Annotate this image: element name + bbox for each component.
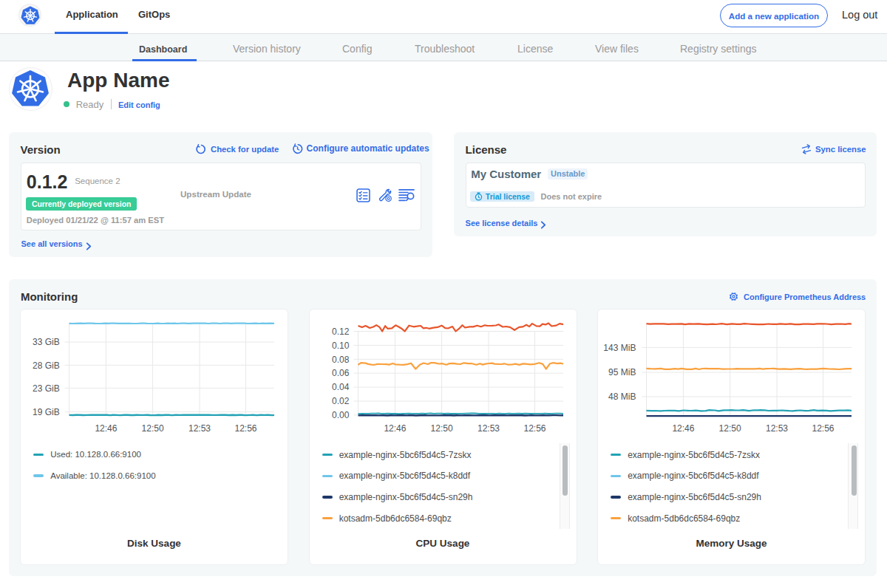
svg-text:0.04: 0.04 bbox=[332, 382, 350, 392]
svg-text:0.08: 0.08 bbox=[332, 355, 350, 365]
svg-text:12:46: 12:46 bbox=[95, 423, 117, 434]
svg-text:12:50: 12:50 bbox=[430, 423, 452, 434]
svg-text:48 MiB: 48 MiB bbox=[608, 392, 636, 402]
svg-text:12:50: 12:50 bbox=[142, 423, 164, 434]
svg-text:12:50: 12:50 bbox=[719, 423, 741, 434]
svg-text:95 MiB: 95 MiB bbox=[608, 367, 636, 377]
svg-text:12:56: 12:56 bbox=[234, 423, 256, 434]
svg-text:12:53: 12:53 bbox=[477, 423, 499, 434]
svg-text:12:56: 12:56 bbox=[812, 423, 834, 434]
svg-text:19 GiB: 19 GiB bbox=[33, 407, 60, 417]
svg-text:0.06: 0.06 bbox=[332, 368, 350, 378]
svg-text:28 GiB: 28 GiB bbox=[33, 360, 60, 371]
svg-text:12:53: 12:53 bbox=[766, 423, 788, 434]
svg-text:12:53: 12:53 bbox=[188, 423, 211, 434]
svg-text:12:56: 12:56 bbox=[523, 423, 546, 434]
svg-text:33 GiB: 33 GiB bbox=[33, 337, 60, 347]
svg-text:0.00: 0.00 bbox=[332, 410, 350, 420]
svg-text:0.10: 0.10 bbox=[332, 341, 350, 351]
svg-text:0.12: 0.12 bbox=[332, 327, 350, 337]
svg-text:23 GiB: 23 GiB bbox=[33, 383, 60, 394]
svg-text:12:46: 12:46 bbox=[384, 423, 406, 434]
svg-text:12:46: 12:46 bbox=[672, 423, 694, 434]
svg-text:0.02: 0.02 bbox=[332, 396, 350, 406]
svg-text:143 MiB: 143 MiB bbox=[603, 343, 636, 353]
